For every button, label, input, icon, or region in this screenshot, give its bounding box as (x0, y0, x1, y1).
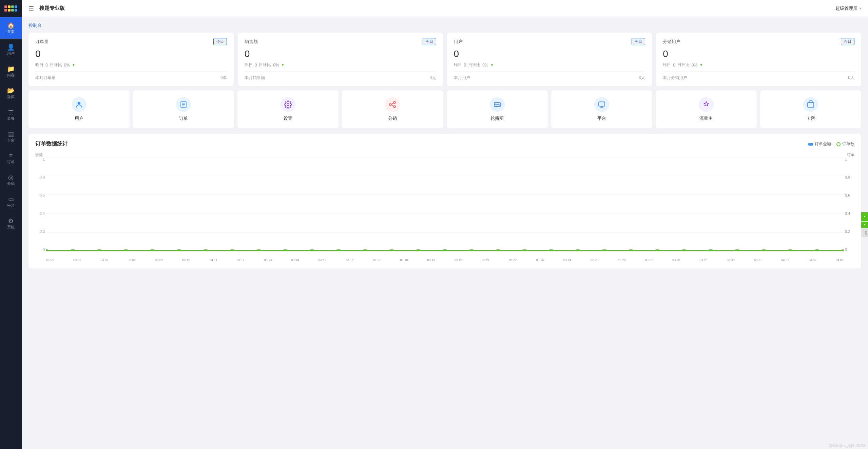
svg-point-31 (442, 249, 448, 251)
sidebar-item-platform[interactable]: ▭ 平台 (0, 191, 22, 212)
trend-down-icon-sales: ▼ (281, 63, 285, 67)
icon-card-fxiao[interactable]: 分销 (342, 90, 443, 128)
svg-point-25 (283, 249, 288, 251)
svg-point-21 (176, 249, 182, 251)
svg-point-33 (495, 249, 501, 251)
package-icon: ☰ (8, 109, 14, 115)
trend-down-icon-orders: ▼ (72, 63, 75, 67)
fxiao-card-icon (385, 97, 400, 112)
svg-rect-15 (808, 102, 814, 107)
svg-point-41 (708, 249, 713, 251)
sidebar-item-order[interactable]: ≡ 订单 (0, 147, 22, 169)
svg-point-6 (389, 104, 391, 106)
settings-card-icon (281, 97, 295, 112)
y-title-left: 金额 (35, 152, 43, 157)
svg-point-24 (256, 249, 262, 251)
stat-card-orders: 订单量 今日 0 昨日 0 日环比 0% ▼ 本月订单量 0单 (28, 33, 234, 86)
stat-card-distribution: 分销用户 今日 0 昨日 0 日环比 0% ▼ 本月分销用户 0人 (656, 33, 861, 86)
stat-compare-sales: 昨日 0 日环比 0% ▼ (245, 62, 436, 68)
traffic-card-icon (699, 97, 714, 112)
svg-point-38 (628, 249, 634, 251)
svg-point-43 (761, 249, 767, 251)
question-icon: 📂 (7, 88, 15, 94)
app-title: 搜题专业版 (39, 5, 65, 12)
svg-point-0 (78, 102, 80, 105)
banner-card-icon (490, 97, 505, 112)
stat-monthly-orders: 本月订单量 0单 (35, 75, 227, 81)
platform-card-icon (594, 97, 609, 112)
y-labels-left: 1 0.8 0.6 0.4 0.2 0 (35, 157, 45, 251)
svg-point-35 (548, 249, 554, 251)
sidebar-item-package[interactable]: ☰ 套餐 (0, 104, 22, 126)
chart-area: 金额 订单 1 0.8 0.6 0.4 0.2 0 1 0.8 0.6 0.4 (35, 153, 854, 262)
app-logo (0, 0, 22, 17)
svg-point-19 (123, 249, 129, 251)
username: 超级管理员 (835, 5, 857, 12)
svg-point-7 (393, 101, 396, 104)
stat-monthly-users: 本月用户 0人 (454, 75, 645, 81)
float-btn-green2[interactable]: ● (861, 222, 868, 228)
svg-point-40 (681, 249, 687, 251)
svg-point-36 (575, 249, 580, 251)
y-labels-right: 1 0.8 0.6 0.4 0.2 0 (845, 157, 854, 251)
svg-point-27 (336, 249, 341, 251)
svg-point-30 (416, 249, 421, 251)
icon-card-traffic[interactable]: 流量主 (656, 90, 757, 128)
stat-title-users: 用户 (454, 39, 463, 45)
sidebar-item-content[interactable]: 📁 内容 (0, 60, 22, 82)
cardpwd-icon: ▤ (8, 131, 14, 137)
float-btn-green[interactable]: ● (861, 212, 868, 221)
svg-line-9 (391, 103, 393, 105)
user-menu[interactable]: 超级管理员 ▾ (835, 5, 861, 12)
cardpwd-card-icon (803, 97, 818, 112)
today-btn-users[interactable]: 今日 (632, 38, 645, 45)
svg-point-17 (70, 249, 76, 251)
home-icon: 🏠 (7, 22, 15, 29)
user-card-icon (72, 97, 86, 112)
sidebar: 🏠 首页 👤 用户 📁 内容 📂 题库 ☰ 套餐 ▤ 卡密 ≡ 订单 ◎ 分销 … (0, 0, 22, 449)
svg-rect-12 (599, 102, 605, 106)
icon-card-banner[interactable]: 轮播图 (447, 90, 548, 128)
icon-cards-row: 用户 订单 设置 分销 (28, 90, 861, 128)
fxiao-icon: ◎ (8, 174, 14, 181)
y-title-right: 订单 (847, 152, 854, 157)
svg-point-39 (655, 249, 660, 251)
platform-icon: ▭ (8, 196, 14, 202)
float-info: 0.0 (861, 228, 868, 237)
today-btn-orders[interactable]: 今日 (213, 38, 227, 45)
sidebar-item-users[interactable]: 👤 用户 (0, 39, 22, 60)
legend-green-icon (836, 142, 841, 146)
icon-card-settings[interactable]: 设置 (237, 90, 339, 128)
sidebar-item-fxiao[interactable]: ◎ 分销 (0, 169, 22, 191)
sidebar-item-cardpwd[interactable]: ▤ 卡密 (0, 126, 22, 147)
stat-title-sales: 销售额 (245, 39, 258, 45)
menu-toggle[interactable]: ☰ (28, 5, 34, 12)
today-btn-distribution[interactable]: 今日 (841, 38, 854, 45)
icon-card-platform[interactable]: 平台 (551, 90, 652, 128)
today-btn-sales[interactable]: 今日 (423, 38, 436, 45)
icon-card-user[interactable]: 用户 (28, 90, 130, 128)
svg-point-28 (363, 249, 368, 251)
stat-compare-distribution: 昨日 0 日环比 0% ▼ (663, 62, 854, 68)
chart-inner (46, 157, 844, 251)
sidebar-item-home[interactable]: 🏠 首页 (0, 17, 22, 39)
stat-card-users: 用户 今日 0 昨日 0 日环比 0% ▼ 本月用户 0人 (447, 33, 652, 86)
legend-count: 订单数 (836, 141, 854, 147)
chart-x-labels: 03-05 03-06 03-07 03-08 03-09 03-10 03-1… (46, 258, 844, 262)
icon-card-order[interactable]: 订单 (133, 90, 234, 128)
svg-point-32 (469, 249, 474, 251)
stat-compare-orders: 昨日 0 日环比 0% ▼ (35, 62, 227, 68)
sidebar-item-question[interactable]: 📂 题库 (0, 82, 22, 104)
icon-card-cardpwd[interactable]: 卡密 (760, 90, 861, 128)
svg-line-10 (391, 105, 393, 106)
trend-down-icon-users: ▼ (490, 63, 494, 67)
stat-card-sales: 销售额 今日 0 昨日 0 日环比 0% ▼ 本月销售额 0元 (238, 33, 443, 86)
order-icon: ≡ (9, 153, 13, 159)
chart-header: 订单数据统计 订单金额 订单数 (35, 141, 854, 148)
svg-point-26 (309, 249, 315, 251)
stat-value-sales: 0 (245, 49, 436, 59)
chart-svg (46, 157, 844, 251)
chart-section: 订单数据统计 订单金额 订单数 金额 订单 1 (28, 134, 861, 268)
stats-row: 订单量 今日 0 昨日 0 日环比 0% ▼ 本月订单量 0单 (28, 33, 861, 86)
sidebar-item-system[interactable]: ⚙ 系统 (0, 212, 22, 234)
